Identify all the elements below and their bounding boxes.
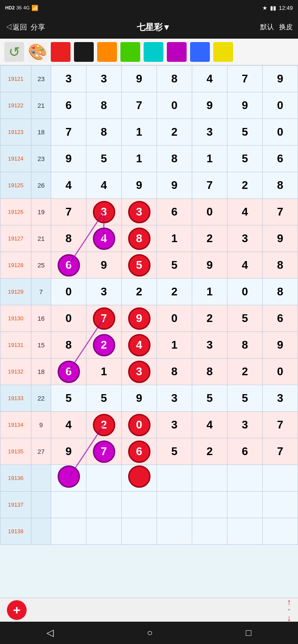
cell-value[interactable]: 3 (227, 412, 263, 438)
cell-value[interactable]: 7 (51, 119, 86, 146)
cell-value[interactable]: 5 (227, 305, 263, 332)
cell-value[interactable]: 0 (192, 199, 227, 225)
cell-value[interactable]: 8 (122, 225, 157, 252)
cell-value[interactable]: 3 (51, 66, 86, 92)
cell-value[interactable]: 3 (157, 412, 192, 438)
color-purple[interactable] (167, 42, 187, 62)
cell-value[interactable]: 1 (157, 332, 192, 358)
red-circle[interactable]: 2 (93, 414, 115, 436)
cell-value[interactable] (86, 492, 122, 518)
cell-value[interactable]: 3 (192, 119, 227, 146)
cell-value[interactable]: 4 (86, 225, 122, 252)
cell-value[interactable]: 2 (192, 225, 227, 252)
cell-value[interactable]: 5 (227, 385, 263, 412)
cell-value[interactable]: 8 (157, 358, 192, 385)
refresh-button[interactable]: ↺ (4, 42, 24, 62)
palette-button[interactable]: 🎨 (28, 42, 47, 62)
cell-value[interactable]: 5 (227, 146, 263, 172)
cell-value[interactable]: 3 (192, 332, 227, 358)
red-circle-big[interactable] (128, 465, 151, 488)
cell-value[interactable]: 7 (263, 412, 298, 438)
cell-value[interactable]: 8 (157, 146, 192, 172)
cell-value[interactable]: 2 (192, 438, 227, 465)
cell-value[interactable]: 6 (51, 92, 86, 119)
cell-value[interactable]: 9 (51, 146, 86, 172)
cell-value[interactable]: 9 (263, 66, 298, 92)
cell-value[interactable]: 1 (122, 119, 157, 146)
back-button[interactable]: ◁返回 (5, 22, 27, 32)
purple-circle[interactable]: 6 (58, 361, 80, 383)
cell-value[interactable]: 4 (227, 252, 263, 279)
cell-value[interactable]: 0 (263, 92, 298, 119)
red-circle[interactable]: 3 (128, 361, 151, 383)
cell-value[interactable]: 7 (263, 199, 298, 225)
cell-value[interactable]: 2 (86, 412, 122, 438)
cell-value[interactable]: 8 (86, 119, 122, 146)
add-button[interactable]: + (7, 600, 27, 620)
cell-value[interactable] (227, 518, 263, 545)
android-back-button[interactable]: ◁ (46, 627, 54, 638)
cell-value[interactable]: 5 (227, 119, 263, 146)
cell-value[interactable] (122, 492, 157, 518)
purple-circle[interactable]: 7 (93, 440, 115, 463)
cell-value[interactable]: 1 (192, 279, 227, 305)
cell-value[interactable]: 9 (86, 252, 122, 279)
cell-value[interactable] (86, 465, 122, 492)
cell-value[interactable]: 5 (86, 146, 122, 172)
cell-value[interactable]: 7 (122, 92, 157, 119)
cell-value[interactable] (263, 492, 298, 518)
red-circle[interactable]: 7 (93, 307, 115, 330)
cell-value[interactable]: 4 (192, 412, 227, 438)
scroll-up-icon[interactable]: ↑ (287, 597, 291, 607)
android-home-button[interactable]: ○ (147, 627, 153, 638)
skin-button[interactable]: 换皮 (279, 23, 293, 32)
cell-value[interactable]: 5 (192, 385, 227, 412)
cell-value[interactable] (51, 465, 86, 492)
android-recent-button[interactable]: □ (246, 627, 251, 638)
cell-value[interactable]: 7 (227, 66, 263, 92)
cell-value[interactable]: 8 (51, 332, 86, 358)
cell-value[interactable]: 2 (227, 358, 263, 385)
cell-value[interactable]: 3 (122, 199, 157, 225)
cell-value[interactable] (122, 518, 157, 545)
cell-value[interactable]: 0 (51, 279, 86, 305)
cell-value[interactable]: 7 (86, 305, 122, 332)
cell-value[interactable]: 9 (263, 332, 298, 358)
nav-left[interactable]: ◁返回 分享 (5, 22, 45, 32)
cell-value[interactable] (157, 492, 192, 518)
purple-circle[interactable]: 6 (58, 254, 80, 276)
color-blue[interactable] (190, 42, 210, 62)
cell-value[interactable]: 9 (122, 66, 157, 92)
cell-value[interactable]: 3 (86, 66, 122, 92)
cell-value[interactable] (51, 492, 86, 518)
purple-circle-big[interactable] (58, 465, 80, 488)
red-circle[interactable]: 3 (93, 201, 115, 223)
cell-value[interactable]: 8 (51, 225, 86, 252)
cell-value[interactable]: 0 (227, 279, 263, 305)
cell-value[interactable]: 6 (51, 358, 86, 385)
cell-value[interactable]: 9 (192, 92, 227, 119)
cell-value[interactable]: 3 (263, 385, 298, 412)
cell-value[interactable] (227, 465, 263, 492)
red-circle[interactable]: 5 (128, 254, 151, 276)
cell-value[interactable]: 4 (86, 172, 122, 199)
cell-value[interactable]: 3 (86, 199, 122, 225)
cell-value[interactable]: 4 (122, 332, 157, 358)
cell-value[interactable]: 5 (86, 385, 122, 412)
color-yellow[interactable] (213, 42, 233, 62)
cell-value[interactable]: 0 (157, 92, 192, 119)
red-circle[interactable]: 8 (128, 228, 151, 250)
cell-value[interactable]: 4 (192, 66, 227, 92)
cell-value[interactable]: 8 (157, 66, 192, 92)
scroll-control[interactable]: ↑ • ↓ (287, 597, 291, 623)
red-circle[interactable]: 0 (128, 414, 151, 436)
cell-value[interactable] (122, 465, 157, 492)
share-button[interactable]: 分享 (31, 22, 45, 32)
cell-value[interactable]: 5 (157, 252, 192, 279)
cell-value[interactable] (157, 518, 192, 545)
cell-value[interactable]: 7 (263, 438, 298, 465)
color-green[interactable] (120, 42, 140, 62)
cell-value[interactable]: 4 (227, 199, 263, 225)
cell-value[interactable]: 0 (51, 305, 86, 332)
cell-value[interactable]: 9 (122, 385, 157, 412)
